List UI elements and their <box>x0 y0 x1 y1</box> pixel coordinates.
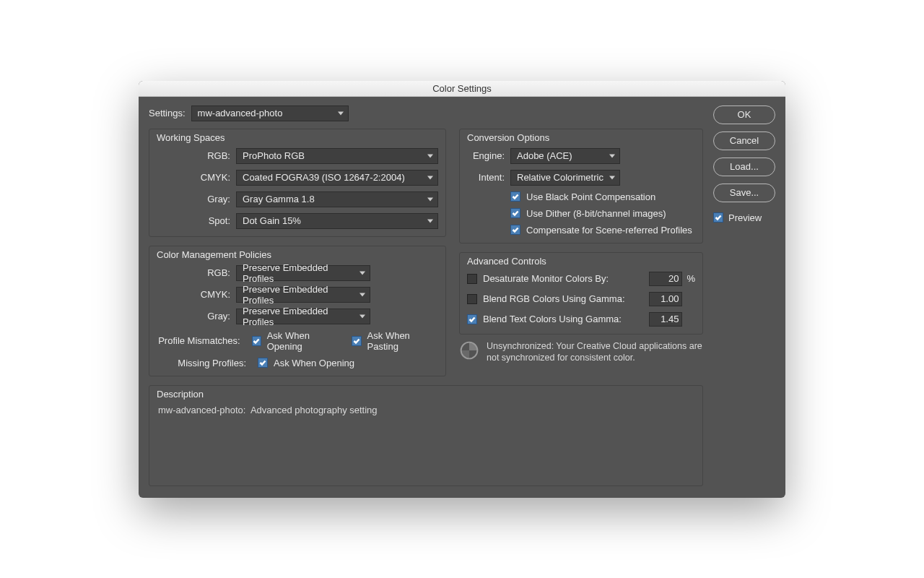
blend-text-value-input[interactable] <box>649 312 682 327</box>
ok-button[interactable]: OK <box>713 105 775 124</box>
load-button[interactable]: Load... <box>713 158 775 176</box>
ws-cmyk-label: CMYK: <box>157 172 236 183</box>
save-button[interactable]: Save... <box>713 184 775 202</box>
chevron-down-icon <box>427 197 433 201</box>
settings-value: mw-advanced-photo <box>198 108 283 118</box>
blend-rgb-checkbox[interactable]: Blend RGB Colors Using Gamma: <box>467 293 625 304</box>
ws-gray-label: Gray: <box>157 194 236 204</box>
chevron-down-icon <box>359 271 365 275</box>
policies-group: Color Management Policies RGB: Preserve … <box>149 246 446 376</box>
blend-rgb-value-input[interactable] <box>649 292 682 306</box>
color-settings-dialog: Color Settings Settings: mw-advanced-pho… <box>139 81 785 498</box>
pol-cmyk-label: CMYK: <box>157 289 236 300</box>
desaturate-value-input[interactable] <box>649 272 682 286</box>
description-legend: Description <box>157 389 204 400</box>
ws-gray-select[interactable]: Gray Gamma 1.8 <box>236 191 438 207</box>
working-spaces-group: Working Spaces RGB: ProPhoto RGB CMYK: C… <box>149 129 446 237</box>
description-text: Advanced photography setting <box>250 405 378 415</box>
black-point-checkbox[interactable]: Use Black Point Compensation <box>510 191 695 202</box>
advanced-legend: Advanced Controls <box>467 256 546 267</box>
advanced-group: Advanced Controls Desaturate Monitor Col… <box>459 252 703 335</box>
policies-legend: Color Management Policies <box>157 249 271 260</box>
cancel-button[interactable]: Cancel <box>713 131 775 150</box>
chevron-down-icon <box>609 176 615 179</box>
chevron-down-icon <box>359 293 365 296</box>
ws-spot-select[interactable]: Dot Gain 15% <box>236 213 438 229</box>
percent-label: % <box>687 273 695 284</box>
pol-rgb-select[interactable]: Preserve Embedded Profiles <box>236 265 370 281</box>
conversion-legend: Conversion Options <box>467 132 549 143</box>
unsynchronized-text: Unsynchronized: Your Creative Cloud appl… <box>487 340 703 365</box>
missing-ask-opening-checkbox[interactable]: Ask When Opening <box>258 358 354 368</box>
intent-select[interactable]: Relative Colorimetric <box>510 170 620 186</box>
mismatch-ask-pasting-checkbox[interactable]: Ask When Pasting <box>352 330 438 352</box>
ws-cmyk-select[interactable]: Coated FOGRA39 (ISO 12647-2:2004) <box>236 170 438 186</box>
window-title: Color Settings <box>139 81 785 97</box>
scene-referred-checkbox[interactable]: Compensate for Scene-referred Profiles <box>510 225 695 236</box>
chevron-down-icon <box>609 154 615 158</box>
pol-gray-label: Gray: <box>157 311 236 322</box>
intent-label: Intent: <box>467 172 510 183</box>
description-group: Description mw-advanced-photo: Advanced … <box>149 385 703 486</box>
pol-rgb-label: RGB: <box>157 267 236 278</box>
profile-mismatches-label: Profile Mismatches: <box>157 335 242 346</box>
chevron-down-icon <box>427 154 433 158</box>
ws-spot-label: Spot: <box>157 215 236 226</box>
sync-warning-icon <box>459 340 479 361</box>
ws-rgb-label: RGB: <box>157 150 236 161</box>
chevron-down-icon <box>359 314 365 318</box>
description-name: mw-advanced-photo: <box>158 405 245 415</box>
mismatch-ask-opening-checkbox[interactable]: Ask When Opening <box>252 330 342 352</box>
blend-text-checkbox[interactable]: Blend Text Colors Using Gamma: <box>467 314 622 324</box>
desaturate-checkbox[interactable]: Desaturate Monitor Colors By: <box>467 273 609 284</box>
chevron-down-icon <box>427 176 433 179</box>
pol-gray-select[interactable]: Preserve Embedded Profiles <box>236 309 370 324</box>
working-spaces-legend: Working Spaces <box>157 132 225 143</box>
missing-profiles-label: Missing Profiles: <box>157 358 248 368</box>
preview-label: Preview <box>728 212 762 223</box>
engine-select[interactable]: Adobe (ACE) <box>510 148 620 164</box>
conversion-group: Conversion Options Engine: Adobe (ACE) I… <box>459 129 703 243</box>
settings-select[interactable]: mw-advanced-photo <box>191 105 349 121</box>
unsynchronized-notice: Unsynchronized: Your Creative Cloud appl… <box>459 340 703 365</box>
chevron-down-icon <box>338 111 344 115</box>
ws-rgb-select[interactable]: ProPhoto RGB <box>236 148 438 164</box>
dither-checkbox[interactable]: Use Dither (8-bit/channel images) <box>510 208 695 219</box>
pol-cmyk-select[interactable]: Preserve Embedded Profiles <box>236 287 370 303</box>
engine-label: Engine: <box>467 150 510 161</box>
chevron-down-icon <box>427 219 433 223</box>
preview-checkbox[interactable]: Preview <box>713 212 775 223</box>
settings-label: Settings: <box>149 108 186 118</box>
